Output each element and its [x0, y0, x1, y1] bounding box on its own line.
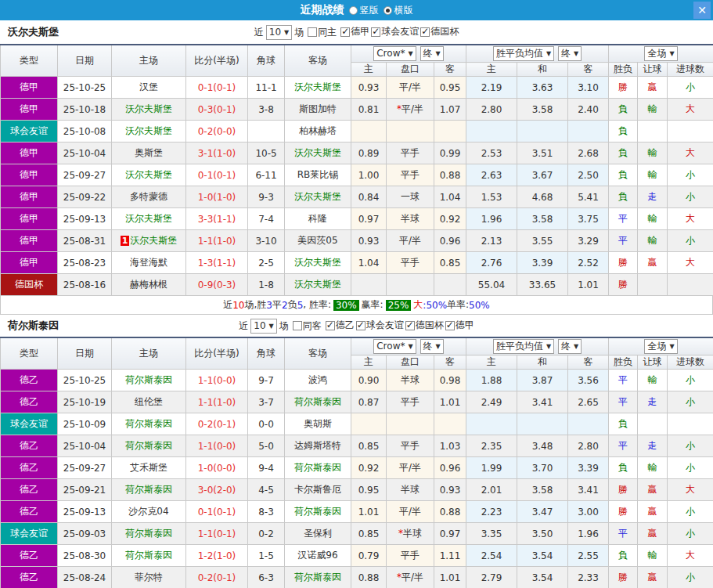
- result-wdl: 負: [609, 186, 638, 208]
- avg-draw: 4.68: [517, 186, 568, 208]
- odds-away: 0.93: [434, 479, 466, 501]
- summary-text: 平: [272, 298, 282, 312]
- result-wdl: 平: [609, 230, 638, 252]
- league-filter[interactable]: 球会友谊: [371, 25, 419, 38]
- col-avg-home: 主: [466, 63, 517, 77]
- home-team-name: 奥斯堡: [135, 147, 163, 158]
- result-goals: 小: [668, 77, 713, 99]
- summary-text: 10: [232, 300, 244, 311]
- league-filter[interactable]: 球会友谊: [356, 319, 404, 332]
- result-goals: 小: [668, 186, 713, 208]
- match-date: 25-09-27: [58, 164, 112, 186]
- match-score: 0-1(0-1): [186, 164, 248, 186]
- away-team-name: 荷尔斯泰因: [294, 572, 341, 583]
- match-type-badge: 德甲: [1, 230, 58, 252]
- league-filter[interactable]: 德甲: [340, 25, 369, 38]
- result-handicap: 輸: [638, 230, 668, 252]
- avg-source-select[interactable]: 胜平负均值: [493, 339, 554, 354]
- away-team: 沃尔夫斯堡: [285, 142, 351, 164]
- games-count-select[interactable]: 10: [250, 319, 276, 334]
- col-home: 主场: [112, 337, 186, 370]
- avg-source-select[interactable]: 胜平负均值: [493, 46, 554, 61]
- odds-away: 1.01: [434, 567, 466, 588]
- odds-home: 0.95: [351, 479, 387, 501]
- away-team: 波鸿: [285, 370, 351, 391]
- checkbox-checked-icon: [420, 27, 430, 37]
- avg-final-select[interactable]: 终: [558, 339, 582, 354]
- odds-line: 半球: [387, 208, 434, 230]
- summary-text: , 胜率:: [303, 298, 331, 312]
- odds-source-select[interactable]: Crow*: [373, 339, 416, 354]
- match-row: 德甲25-10-18沃尔夫斯堡0-3(0-1)3-8斯图加特0.81*平/半1.…: [1, 99, 713, 121]
- odds-final-select[interactable]: 终: [420, 339, 444, 354]
- summary-text: 50%: [469, 300, 490, 311]
- layout-vertical-radio[interactable]: 竖版: [349, 4, 379, 17]
- avg-home: 2.23: [466, 501, 517, 523]
- avg-draw: 3.54: [517, 545, 568, 567]
- avg-draw: 3.55: [517, 230, 568, 252]
- avg-away: 1.96: [568, 523, 609, 545]
- col-wdl: 胜负: [609, 63, 638, 77]
- avg-home: 2.01: [466, 479, 517, 501]
- col-odds-away: 客: [434, 63, 466, 77]
- odds-away: 1.01: [434, 391, 466, 413]
- match-score: 1-1(0-1): [186, 523, 248, 545]
- col-avg-draw: 和: [517, 63, 568, 77]
- odds-line: 平手: [387, 391, 434, 413]
- odds-home: 1.01: [351, 501, 387, 523]
- score-text: 3-0(2-0): [198, 485, 236, 496]
- match-type-badge: 德乙: [1, 567, 58, 588]
- checkbox-unchecked-icon: [308, 27, 317, 37]
- match-score: 0-1(0-1): [186, 501, 248, 523]
- away-team: 荷尔斯泰因: [285, 501, 351, 523]
- result-wdl: 平: [609, 435, 638, 457]
- match-date: 25-08-30: [58, 545, 112, 567]
- result-goals: 小: [668, 523, 713, 545]
- avg-home: 1.53: [466, 186, 517, 208]
- corners: [248, 121, 285, 142]
- league-filter[interactable]: 德乙: [326, 319, 355, 332]
- odds-source-select[interactable]: Crow*: [373, 46, 416, 61]
- col-odds-line: 盘口: [387, 355, 434, 370]
- match-type-badge: 德乙: [1, 457, 58, 479]
- games-count-select[interactable]: 10: [266, 25, 292, 40]
- home-team-name: 荷尔斯泰因: [125, 374, 172, 385]
- league-filter[interactable]: 德甲: [445, 319, 474, 332]
- col-avg-away: 客: [568, 63, 609, 77]
- odds-line: 平/半: [387, 501, 434, 523]
- scope-select[interactable]: 全场: [644, 339, 677, 354]
- close-button[interactable]: ✕: [693, 2, 711, 19]
- home-team-name: 纽伦堡: [135, 396, 163, 407]
- checkbox-checked-icon: [356, 321, 366, 330]
- odds-home: 0.89: [351, 142, 387, 164]
- same-venue-filter[interactable]: 同客: [293, 319, 322, 333]
- match-score: 1-0(1-0): [186, 186, 248, 208]
- odds-line: 平手: [387, 164, 434, 186]
- match-row: 德国杯25-08-16赫梅林根0-9(0-3)1-8沃尔夫斯堡55.0433.6…: [1, 274, 713, 296]
- scope-select[interactable]: 全场: [644, 46, 677, 61]
- league-filter[interactable]: 德国杯: [405, 319, 444, 332]
- odds-away: 0.96: [434, 230, 466, 252]
- result-wdl: 平: [609, 208, 638, 230]
- odds-away: [434, 413, 466, 435]
- score-text: 0-1(0-1): [198, 82, 236, 93]
- result-handicap: 走: [638, 391, 668, 413]
- score-text: 0-2(0-1): [198, 419, 236, 430]
- result-wdl: 負: [609, 413, 638, 435]
- odds-final-select[interactable]: 终: [420, 46, 444, 61]
- summary-text: 场,胜: [245, 298, 267, 312]
- same-venue-filter[interactable]: 同主: [308, 26, 337, 39]
- odds-line: 平/半: [387, 230, 434, 252]
- result-handicap: 贏: [638, 523, 668, 545]
- match-row: 德甲25-09-22多特蒙德1-0(1-0)9-3沃尔夫斯堡0.84一球1.04…: [1, 186, 713, 208]
- match-type-badge: 球会友谊: [1, 523, 58, 545]
- score-text: 1-0(1-0): [198, 192, 236, 203]
- result-goals: 小: [668, 501, 713, 523]
- layout-horizontal-radio[interactable]: 横版: [384, 4, 413, 17]
- avg-final-select[interactable]: 终: [558, 46, 582, 61]
- corners: 6-3: [248, 567, 285, 588]
- result-handicap: 輸: [638, 164, 668, 186]
- home-team: 荷尔斯泰因: [112, 545, 186, 567]
- col-type: 类型: [1, 45, 58, 77]
- league-filter[interactable]: 德国杯: [420, 25, 459, 38]
